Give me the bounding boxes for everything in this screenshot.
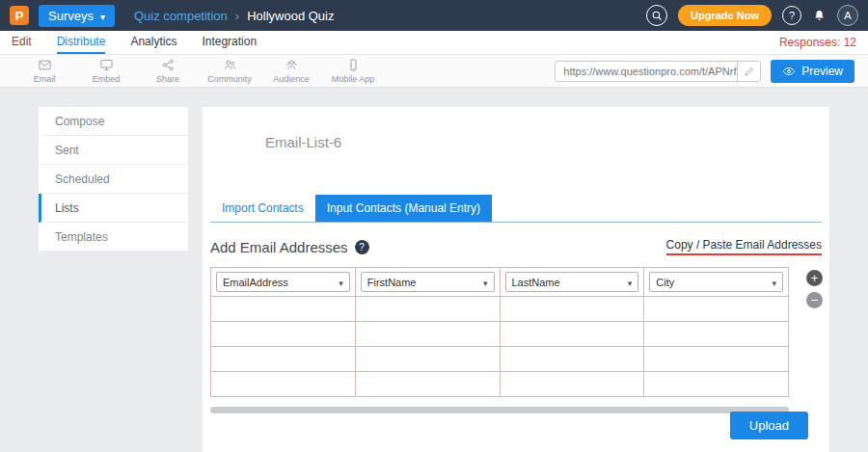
table-cell[interactable]: [644, 347, 789, 372]
table-cell[interactable]: [500, 347, 644, 372]
sidebar-item-compose[interactable]: Compose: [39, 107, 188, 136]
horizontal-scrollbar[interactable]: [210, 407, 789, 413]
tab-analytics[interactable]: Analytics: [130, 31, 176, 54]
table-cell[interactable]: [355, 372, 500, 397]
toolbar-item-label: Community: [207, 74, 252, 84]
column-select-value: LastName: [512, 277, 560, 288]
column-select-value: City: [656, 277, 674, 288]
audience-people-icon: [285, 58, 299, 74]
sidebar-item-templates[interactable]: Templates: [39, 223, 188, 252]
column-header-cell: City: [644, 268, 789, 297]
table-cell[interactable]: [355, 297, 500, 322]
toolbar-item-label: Audience: [273, 74, 310, 84]
breadcrumb-separator: ›: [235, 9, 239, 23]
toolbar-item-embed[interactable]: Embed: [75, 58, 137, 84]
column-select-emailaddress[interactable]: EmailAddress: [216, 272, 350, 292]
chevron-down-icon: [339, 277, 343, 288]
toolbar-item-mobile-app[interactable]: Mobile App: [322, 58, 384, 84]
upload-button[interactable]: Upload: [730, 412, 808, 439]
table-header-row: EmailAddress FirstName: [211, 268, 789, 297]
sidebar-item-lists[interactable]: Lists: [39, 194, 188, 223]
topbar-actions: Upgrade Now ? A: [646, 5, 858, 26]
tab-integration[interactable]: Integration: [202, 31, 257, 54]
help-icon[interactable]: ?: [782, 6, 801, 25]
chevron-down-icon: [483, 277, 488, 288]
table-cell[interactable]: [644, 322, 789, 347]
preview-button-label: Preview: [801, 65, 843, 78]
column-select-city[interactable]: City: [649, 272, 783, 292]
table-cell[interactable]: [500, 372, 644, 397]
toolbar-item-community[interactable]: Community: [199, 58, 260, 84]
column-select-value: FirstName: [367, 277, 417, 288]
breadcrumb: Quiz competition › Hollywood Quiz: [134, 9, 335, 23]
surveys-dropdown[interactable]: Surveys: [39, 5, 115, 27]
toolbar-item-share[interactable]: Share: [137, 58, 199, 84]
share-nodes-icon: [161, 58, 176, 74]
add-emails-header-row: Add Email Addresses ? Copy / Paste Email…: [210, 238, 822, 255]
remove-column-button[interactable]: −: [806, 292, 823, 308]
breadcrumb-parent-link[interactable]: Quiz competition: [134, 9, 228, 23]
email-sidebar: Compose Sent Scheduled Lists Templates: [39, 107, 188, 252]
chevron-down-icon: [772, 277, 776, 288]
add-column-button[interactable]: +: [806, 270, 823, 286]
notifications-bell-icon[interactable]: [812, 9, 827, 23]
survey-nav-bar: Edit Distribute Analytics Integration Re…: [0, 31, 868, 55]
column-select-firstname[interactable]: FirstName: [361, 272, 495, 292]
table-cell[interactable]: [211, 372, 356, 397]
row-buttons: + −: [806, 270, 823, 308]
table-cell[interactable]: [500, 322, 644, 347]
toolbar-item-label: Email: [34, 74, 56, 84]
main-area: Compose Sent Scheduled Lists Templates E…: [0, 88, 868, 452]
responses-count[interactable]: Responses: 12: [779, 31, 856, 54]
survey-url-box: https://www.questionpro.com/t/APNrfZ: [555, 61, 761, 82]
chevron-down-icon: [100, 9, 105, 23]
table-cell[interactable]: [211, 347, 356, 372]
table-row: [211, 297, 789, 322]
email-table-zone: EmailAddress FirstName: [210, 267, 789, 413]
user-avatar[interactable]: A: [837, 5, 858, 26]
toolbar-item-label: Mobile App: [332, 74, 375, 84]
surveys-dropdown-label: Surveys: [48, 9, 94, 23]
contacts-tab-bar: Import Contacts Input Contacts (Manual E…: [210, 195, 822, 223]
toolbar-item-label: Embed: [93, 74, 121, 84]
table-cell[interactable]: [644, 297, 789, 322]
column-header-cell: LastName: [500, 268, 644, 297]
sidebar-item-sent[interactable]: Sent: [39, 136, 188, 165]
email-table-body: [211, 297, 789, 397]
table-cell[interactable]: [644, 372, 789, 397]
search-icon[interactable]: [646, 5, 667, 26]
table-cell[interactable]: [355, 347, 500, 372]
questionpro-logo: P: [10, 6, 29, 25]
column-select-value: EmailAddress: [223, 277, 288, 288]
tab-import-contacts[interactable]: Import Contacts: [210, 195, 315, 222]
toolbar-item-label: Share: [156, 74, 179, 84]
sidebar-item-scheduled[interactable]: Scheduled: [39, 165, 188, 194]
table-cell[interactable]: [211, 297, 356, 322]
table-cell[interactable]: [211, 322, 356, 347]
copy-paste-emails-link[interactable]: Copy / Paste Email Addresses: [666, 238, 822, 255]
table-row: [211, 372, 789, 397]
column-select-lastname[interactable]: LastName: [505, 272, 639, 292]
edit-url-pencil-icon[interactable]: [737, 61, 760, 82]
tab-input-contacts-manual[interactable]: Input Contacts (Manual Entry): [315, 195, 492, 222]
preview-button[interactable]: Preview: [771, 60, 854, 83]
community-people-icon: [223, 58, 237, 74]
list-detail-card: Email-List-6 Import Contacts Input Conta…: [203, 107, 829, 452]
top-bar: P Surveys Quiz competition › Hollywood Q…: [0, 0, 868, 31]
table-cell[interactable]: [500, 297, 644, 322]
toolbar-item-audience[interactable]: Audience: [260, 58, 322, 84]
table-cell[interactable]: [355, 322, 500, 347]
tab-distribute[interactable]: Distribute: [57, 31, 106, 54]
survey-url-input[interactable]: https://www.questionpro.com/t/APNrfZ: [556, 66, 737, 77]
eye-icon: [782, 65, 796, 78]
upgrade-now-button[interactable]: Upgrade Now: [678, 5, 772, 26]
breadcrumb-current: Hollywood Quiz: [247, 9, 334, 23]
tab-edit[interactable]: Edit: [12, 31, 32, 54]
embed-monitor-icon: [99, 58, 114, 74]
email-envelope-icon: [38, 58, 52, 74]
section-help-icon[interactable]: ?: [355, 240, 369, 254]
distribute-toolbar: Email Embed Share Community Audience Mob…: [0, 55, 868, 88]
table-row: [211, 347, 789, 372]
email-table: EmailAddress FirstName: [210, 267, 789, 397]
toolbar-item-email[interactable]: Email: [14, 58, 75, 84]
